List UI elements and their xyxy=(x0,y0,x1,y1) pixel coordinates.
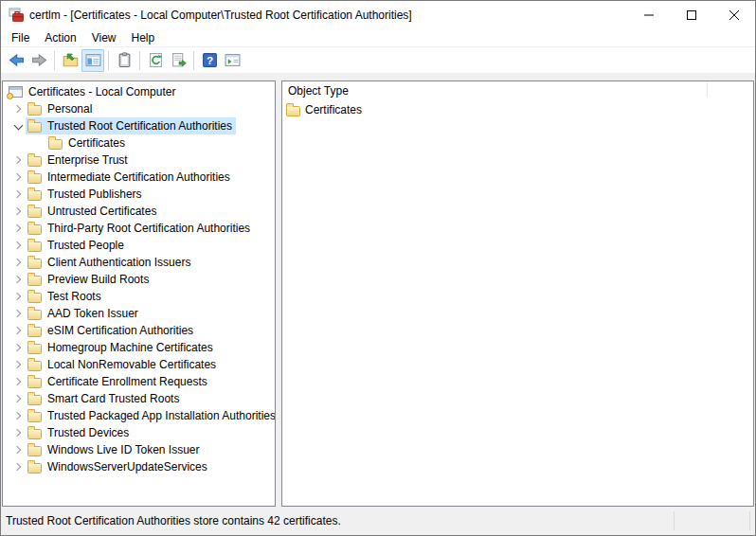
close-button[interactable] xyxy=(712,1,755,29)
chevron-icon[interactable] xyxy=(10,254,26,271)
tree-item-third-party-root-certification-authorities[interactable]: Third-Party Root Certification Authoriti… xyxy=(3,220,275,237)
tree-item-trusted-people[interactable]: Trusted People xyxy=(3,237,275,254)
chevron-icon[interactable] xyxy=(10,220,26,237)
chevron-icon[interactable] xyxy=(10,441,26,458)
folder-icon xyxy=(27,156,42,167)
folder-icon xyxy=(27,429,42,439)
toolbar-button-show-action-pane[interactable] xyxy=(221,49,243,72)
folder-icon xyxy=(27,173,42,184)
tree-item-personal[interactable]: Personal xyxy=(3,100,275,117)
folder-icon xyxy=(27,293,42,303)
tree-item-certificates[interactable]: Certificates xyxy=(3,134,275,152)
tree-item-aad-token-issuer[interactable]: AAD Token Issuer xyxy=(3,305,275,322)
tree-item-homegroup-machine-certificates[interactable]: Homegroup Machine Certificates xyxy=(3,339,275,356)
toolbar-button-help[interactable]: ? xyxy=(198,49,221,72)
menu-file[interactable]: File xyxy=(4,30,37,45)
column-header-object-type[interactable]: Object Type xyxy=(288,84,349,98)
chevron-icon[interactable] xyxy=(10,169,26,186)
tree-item-trusted-devices[interactable]: Trusted Devices xyxy=(3,424,275,441)
toolbar-button-refresh[interactable] xyxy=(144,49,167,72)
menu-action[interactable]: Action xyxy=(37,30,83,45)
chevron-icon[interactable] xyxy=(10,100,26,117)
chevron-icon[interactable] xyxy=(10,288,26,305)
list-item-label: Certificates xyxy=(305,103,362,116)
folder-icon xyxy=(48,139,63,150)
menu-view[interactable]: View xyxy=(84,30,124,45)
tree-item-trusted-packaged-app-installation-authorities[interactable]: Trusted Packaged App Installation Author… xyxy=(3,407,275,424)
chevron-icon[interactable] xyxy=(10,356,26,373)
folder-icon xyxy=(27,361,42,371)
forward-arrow-icon xyxy=(31,52,47,68)
chevron-icon[interactable] xyxy=(10,117,26,134)
toolbar-button-up-one-level[interactable] xyxy=(59,49,81,72)
tree-item-trusted-publishers[interactable]: Trusted Publishers xyxy=(3,186,275,203)
toolbar-button-export-list[interactable] xyxy=(167,49,189,72)
maximize-button[interactable] xyxy=(670,1,712,29)
folder-icon xyxy=(27,276,42,286)
chevron-icon[interactable] xyxy=(10,237,26,254)
chevron-icon[interactable] xyxy=(10,305,26,322)
chevron-icon[interactable] xyxy=(10,373,26,390)
tree-item-certificates-local-computer[interactable]: Certificates - Local Computer xyxy=(3,83,275,100)
clipboard-icon xyxy=(117,52,133,68)
toolbar-button-properties[interactable] xyxy=(113,49,135,72)
export-list-icon xyxy=(171,52,187,68)
menubar: File Action View Help xyxy=(1,29,755,47)
folder-icon xyxy=(27,241,42,252)
folder-icon xyxy=(27,310,42,320)
chevron-icon[interactable] xyxy=(10,186,26,203)
toolbar-button-forward[interactable] xyxy=(27,49,50,72)
folder-icon xyxy=(286,106,300,116)
tree-item-trusted-root-certification-authorities[interactable]: Trusted Root Certification Authorities xyxy=(3,117,275,134)
folder-icon xyxy=(27,190,42,201)
chevron-icon[interactable] xyxy=(10,271,26,288)
tree-item-intermediate-certification-authorities[interactable]: Intermediate Certification Authorities xyxy=(3,169,275,186)
folder-icon xyxy=(27,412,42,422)
titlebar[interactable]: certlm - [Certificates - Local Computer\… xyxy=(1,1,755,29)
toolbar-button-back[interactable] xyxy=(5,49,27,72)
chevron-icon[interactable] xyxy=(10,152,26,169)
result-list-pane[interactable]: Object Type Certificates xyxy=(281,80,754,507)
window-title: certlm - [Certificates - Local Computer\… xyxy=(29,9,412,22)
list-item-certificates[interactable]: Certificates xyxy=(286,101,362,118)
tree-item-client-authentication-issuers[interactable]: Client Authentication Issuers xyxy=(3,254,275,271)
chevron-icon[interactable] xyxy=(10,424,26,441)
tree-item-certificate-enrollment-requests[interactable]: Certificate Enrollment Requests xyxy=(3,373,275,390)
menu-help[interactable]: Help xyxy=(124,30,163,45)
status-text: Trusted Root Certification Authorities s… xyxy=(6,514,341,527)
up-folder-icon xyxy=(63,52,79,68)
folder-icon xyxy=(27,446,42,456)
tree-item-windowsserverupdateservices[interactable]: WindowsServerUpdateServices xyxy=(3,458,275,475)
chevron-icon[interactable] xyxy=(10,339,26,356)
tree-item-local-nonremovable-certificates[interactable]: Local NonRemovable Certificates xyxy=(3,356,275,373)
tree-item-esim-certification-authorities[interactable]: eSIM Certification Authorities xyxy=(3,322,275,339)
list-column-header[interactable]: Object Type xyxy=(282,81,753,99)
action-pane-icon xyxy=(225,52,241,68)
chevron-icon[interactable] xyxy=(10,407,26,424)
folder-icon xyxy=(27,259,42,269)
toolbar: ? xyxy=(1,47,755,73)
tree-item-smart-card-trusted-roots[interactable]: Smart Card Trusted Roots xyxy=(3,390,275,407)
toolbar-separator xyxy=(193,51,194,70)
folder-icon xyxy=(27,395,42,405)
folder-icon xyxy=(27,463,42,473)
chevron-icon[interactable] xyxy=(10,390,26,407)
minimize-button[interactable] xyxy=(627,1,670,29)
maximize-icon xyxy=(687,10,696,20)
toolbar-separator xyxy=(139,51,140,70)
tree-item-windows-live-id-token-issuer[interactable]: Windows Live ID Token Issuer xyxy=(3,441,275,458)
svg-text:?: ? xyxy=(206,54,212,66)
console-tree-icon xyxy=(85,52,101,68)
tree-item-enterprise-trust[interactable]: Enterprise Trust xyxy=(3,152,275,169)
tree-item-untrusted-certificates[interactable]: Untrusted Certificates xyxy=(3,203,275,220)
column-separator[interactable] xyxy=(707,82,708,98)
toolbar-button-show-console-tree[interactable] xyxy=(81,49,104,72)
chevron-icon[interactable] xyxy=(10,458,26,475)
chevron-icon[interactable] xyxy=(10,322,26,339)
console-tree-pane[interactable]: Certificates - Local Computer Personal T… xyxy=(2,80,276,507)
tree-item-preview-build-roots[interactable]: Preview Build Roots xyxy=(3,271,275,288)
close-icon xyxy=(729,10,739,20)
tree-item-test-roots[interactable]: Test Roots xyxy=(3,288,275,305)
certlm-window: certlm - [Certificates - Local Computer\… xyxy=(0,0,756,536)
chevron-icon[interactable] xyxy=(10,203,26,220)
